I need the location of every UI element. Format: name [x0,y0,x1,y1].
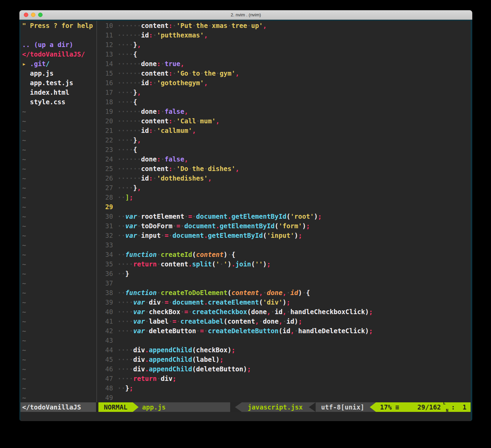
line-number: 48 [98,383,117,393]
empty-line-tilde: ~ [20,355,96,364]
code-line[interactable]: 33 [98,240,471,250]
empty-line-tilde: ~ [20,145,96,154]
editor-buffer[interactable]: 10······content:·'Put·the·xmas·tree·up',… [98,21,471,402]
empty-line-tilde: ~ [20,154,96,164]
empty-line-tilde: ~ [20,192,96,202]
line-number: 16 [98,78,117,88]
code-line[interactable]: 46····div.appendChild(deleteButton); [98,364,471,374]
code-line[interactable]: 34··function·createId(content)·{ [98,250,471,259]
code-line[interactable]: 32··var·input·=·document.getElementById(… [98,231,471,240]
empty-line-tilde: ~ [20,183,96,192]
code-line[interactable]: 17····}, [98,88,471,97]
code-line[interactable]: 49 [98,393,471,402]
code-line[interactable]: 36··} [98,269,471,278]
code-line[interactable]: 40····var·checkBox·=·createCheckbox(done… [98,307,471,316]
line-number: 45 [98,355,117,364]
empty-line-tilde: ~ [20,212,96,221]
line-number: 49 [98,393,117,402]
code-line[interactable]: 10······content:·'Put·the·xmas·tree·up', [98,21,471,30]
line-number: 47 [98,374,117,383]
code-line[interactable]: 29 [98,202,471,212]
tree-file-index-html[interactable]: index.html [20,88,96,97]
code-line[interactable]: 21······id:·'callmum', [98,126,471,135]
line-number: 38 [98,288,117,297]
code-line[interactable]: 15······content:·'Go·to·the·gym', [98,68,471,78]
empty-line-tilde: ~ [20,250,96,259]
line-number: 19 [98,107,117,116]
line-number: 30 [98,212,117,221]
code-line[interactable]: 28··]; [98,192,471,202]
tree-file-style-css[interactable]: style.css [20,97,96,107]
window-title: 2. nvim . (nvim) [19,10,472,19]
powerline-separator-icon [133,402,139,412]
empty-line-tilde: ~ [20,107,96,116]
code-line[interactable]: 43 [98,336,471,345]
empty-line-tilde: ~ [20,383,96,393]
titlebar[interactable]: 2. nvim . (nvim) [19,10,472,20]
code-line[interactable]: 12····}, [98,40,471,49]
terminal-content: " Press ? for help .. (up a dir)</todoVa… [19,20,472,421]
code-line[interactable]: 42····var·deleteButton·=·createDeleteBut… [98,326,471,336]
code-line[interactable]: 38··function·createToDoElement(content,·… [98,288,471,297]
line-number: 10 [98,21,117,30]
code-line[interactable]: 14······done:·true, [98,59,471,68]
line-number: 15 [98,68,117,78]
line-number: 33 [98,240,117,250]
line-number: 44 [98,345,117,355]
tree-file-app-test-js[interactable]: app.test.js [20,78,96,88]
line-number: 28 [98,192,117,202]
code-line[interactable]: 26······id:·'dothedishes', [98,173,471,183]
line-number: 35 [98,259,117,269]
statusline-tree-path: </todoVanillaJS [20,402,96,412]
line-number: 42 [98,326,117,336]
code-line[interactable]: 19······done:·false, [98,107,471,116]
empty-line-tilde: ~ [20,278,96,288]
line-number: 14 [98,59,117,68]
code-line[interactable]: 41····var·label·=·createLabel(content,·d… [98,316,471,326]
code-line[interactable]: 45····div.appendChild(label); [98,355,471,364]
code-line[interactable]: 11······id:·'putthexmas', [98,30,471,40]
code-line[interactable]: 25······content:·'Do·the·dishes', [98,164,471,173]
empty-line-tilde: ~ [20,231,96,240]
window-separator[interactable] [96,21,97,402]
line-number-icon: L N [443,403,448,411]
code-line[interactable]: 24······done:·false, [98,154,471,164]
statusline: </todoVanillaJS NORMAL app.js javascript… [20,402,471,412]
nerdtree-sidebar: " Press ? for help .. (up a dir)</todoVa… [20,21,96,402]
line-number: 21 [98,126,117,135]
code-line[interactable]: 44····div.appendChild(checkBox); [98,345,471,355]
tree-dir-git[interactable]: ▸ .git/ [20,59,96,68]
line-position: 29/162 [417,402,441,412]
tree-up-dir[interactable]: .. (up a dir) [20,40,96,49]
statusline-encoding: utf-8[unix] [316,402,370,412]
code-line[interactable]: 23····{ [98,145,471,154]
tree-file-app-js[interactable]: app.js [20,68,96,78]
lines-icon: ≡ [395,402,399,412]
code-line[interactable]: 20······content:·'Call·mum', [98,116,471,126]
empty-line-tilde: ~ [20,126,96,135]
code-line[interactable]: 39····var·div·=·document.createElement('… [98,297,471,307]
empty-line-tilde: ~ [20,164,96,173]
code-line[interactable]: 18····{ [98,97,471,107]
statusline-filetype: javascript.jsx [242,402,309,412]
line-number: 11 [98,30,117,40]
code-line[interactable]: 48··}; [98,383,471,393]
code-line[interactable]: 13····{ [98,49,471,59]
line-number: 31 [98,221,117,231]
empty-line-tilde: ~ [20,173,96,183]
line-number: 18 [98,97,117,107]
line-number: 12 [98,40,117,49]
tree-root[interactable]: </todoVanillaJS/ [20,49,96,59]
terminal-window: 2. nvim . (nvim) " Press ? for help .. (… [19,10,472,421]
code-line[interactable]: 27····}, [98,183,471,192]
command-line[interactable] [20,412,471,421]
code-line[interactable]: 35····return·content.split('·').join('')… [98,259,471,269]
code-line[interactable]: 16······id:·'gotothegym', [98,78,471,88]
line-number: 34 [98,250,117,259]
code-line[interactable]: 30··var·rootElement·=·document.getElemen… [98,212,471,221]
code-line[interactable]: 31··var·toDoForm·=·document.getElementBy… [98,221,471,231]
code-line[interactable]: 37 [98,278,471,288]
code-line[interactable]: 47····return·div; [98,374,471,383]
empty-line-tilde: ~ [20,135,96,145]
code-line[interactable]: 22····}, [98,135,471,145]
